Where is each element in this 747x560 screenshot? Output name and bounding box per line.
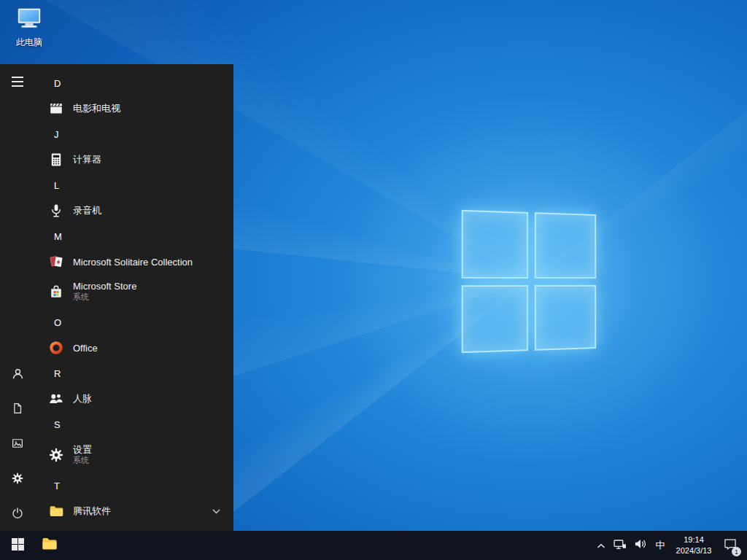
app-sublabel: 系统 <box>73 292 136 303</box>
start-menu-rail <box>0 64 35 531</box>
solitaire-icon <box>47 252 66 271</box>
ime-indicator[interactable]: 中 <box>651 531 670 560</box>
app-label: Office <box>73 343 98 354</box>
section-letter-d[interactable]: D <box>35 70 233 96</box>
hamburger-icon[interactable] <box>0 64 35 99</box>
app-office[interactable]: Office <box>35 335 233 360</box>
tray-expand-button[interactable] <box>592 531 610 560</box>
system-tray: 中 19:14 2024/3/13 1 <box>592 531 747 560</box>
taskbar: 中 19:14 2024/3/13 1 <box>0 531 747 560</box>
chevron-down-icon[interactable] <box>212 509 220 514</box>
section-letter-t[interactable]: T <box>35 472 233 499</box>
app-label: Microsoft Store <box>73 281 136 292</box>
logo-pane <box>462 210 528 279</box>
speaker-icon <box>633 537 648 554</box>
app-label: 腾讯软件 <box>73 505 111 518</box>
app-solitaire[interactable]: Microsoft Solitaire Collection <box>35 249 233 274</box>
desktop-icon-this-pc[interactable]: 此电脑 <box>6 4 53 49</box>
windows-hero-logo <box>462 210 597 353</box>
file-explorer-button[interactable] <box>35 531 64 560</box>
windows-logo-icon <box>12 538 24 553</box>
this-pc-icon <box>15 22 43 34</box>
start-app-list: D 电影和电视 J <box>35 64 233 531</box>
app-sublabel: 系统 <box>73 456 92 466</box>
app-label: Microsoft Solitaire Collection <box>73 257 193 268</box>
app-folder-tencent[interactable]: 腾讯软件 <box>35 499 233 524</box>
power-icon[interactable] <box>0 496 35 531</box>
chevron-up-icon <box>597 539 605 552</box>
notification-badge: 1 <box>732 547 741 556</box>
logo-pane <box>534 212 596 278</box>
app-label: 录音机 <box>73 204 101 217</box>
file-explorer-icon <box>41 535 58 556</box>
rail-bottom-group <box>0 356 35 531</box>
app-label: 计算器 <box>73 153 101 166</box>
office-icon <box>47 338 66 357</box>
account-icon[interactable] <box>0 356 35 391</box>
taskbar-clock[interactable]: 19:14 2024/3/13 <box>670 531 718 560</box>
section-letter-m[interactable]: M <box>35 223 233 249</box>
app-calculator[interactable]: 计算器 <box>35 147 233 172</box>
voice-recorder-icon <box>47 201 66 220</box>
action-center-button[interactable]: 1 <box>718 531 743 560</box>
app-voice-recorder[interactable]: 录音机 <box>35 198 233 223</box>
volume-button[interactable] <box>630 531 651 560</box>
people-icon <box>47 389 66 408</box>
desktop-icon-label: 此电脑 <box>6 36 53 49</box>
section-letter-o[interactable]: O <box>35 309 233 335</box>
logo-pane <box>534 284 596 350</box>
app-microsoft-store[interactable]: Microsoft Store 系统 <box>35 274 233 309</box>
network-icon <box>613 537 627 554</box>
windows-desktop: 此电脑 <box>0 0 747 560</box>
app-settings[interactable]: 设置 系统 <box>35 438 233 472</box>
logo-pane <box>462 285 528 354</box>
section-letter-l[interactable]: L <box>35 172 233 198</box>
app-label: 设置 <box>73 444 92 456</box>
settings-icon <box>47 446 66 464</box>
section-letter-j[interactable]: J <box>35 121 233 147</box>
start-button[interactable] <box>0 531 35 560</box>
section-letter-w[interactable]: W <box>35 524 233 531</box>
start-menu: D 电影和电视 J <box>0 64 233 531</box>
ime-label: 中 <box>656 539 665 552</box>
section-letter-r[interactable]: R <box>35 360 233 386</box>
network-button[interactable] <box>610 531 630 560</box>
section-letter-s[interactable]: S <box>35 411 233 438</box>
folder-icon <box>47 502 66 521</box>
app-movies-tv[interactable]: 电影和电视 <box>35 96 233 121</box>
app-label: 人脉 <box>73 392 92 405</box>
clock-date: 2024/3/13 <box>676 545 712 556</box>
app-label: 电影和电视 <box>73 102 120 115</box>
app-people[interactable]: 人脉 <box>35 386 233 411</box>
settings-icon[interactable] <box>0 461 35 496</box>
clock-time: 19:14 <box>684 534 704 545</box>
calculator-icon <box>47 150 66 169</box>
documents-icon[interactable] <box>0 391 35 426</box>
store-icon <box>47 282 66 301</box>
pictures-icon[interactable] <box>0 426 35 461</box>
movies-tv-icon <box>47 99 66 118</box>
